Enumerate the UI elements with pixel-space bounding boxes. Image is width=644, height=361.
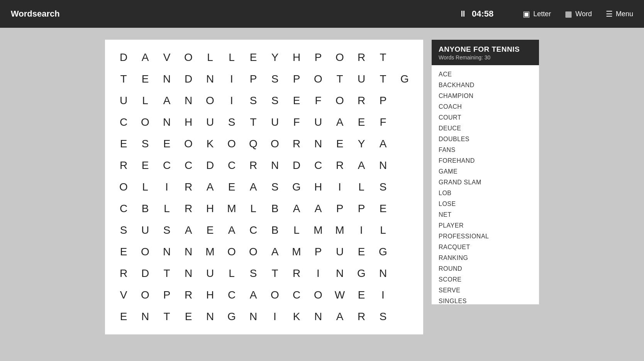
grid-cell[interactable]: A <box>242 284 264 306</box>
grid-cell[interactable]: R <box>178 284 199 306</box>
grid-cell[interactable]: G <box>372 241 394 263</box>
grid-cell[interactable]: O <box>134 284 156 306</box>
grid-cell[interactable]: R <box>242 155 264 176</box>
grid-cell[interactable]: U <box>199 263 221 284</box>
grid-cell[interactable]: A <box>156 90 178 111</box>
grid-cell[interactable]: U <box>307 111 329 133</box>
grid-cell[interactable]: C <box>221 284 242 306</box>
grid-cell[interactable]: A <box>307 198 329 219</box>
grid-cell[interactable]: O <box>264 133 286 155</box>
grid-cell[interactable]: I <box>221 68 242 90</box>
grid-cell[interactable]: T <box>372 68 394 90</box>
grid-cell[interactable]: T <box>372 47 394 68</box>
grid-cell[interactable]: S <box>221 111 242 133</box>
grid-cell[interactable]: E <box>178 306 199 327</box>
menu-button[interactable]: ☰ Menu <box>606 9 633 19</box>
grid-cell[interactable]: T <box>242 111 264 133</box>
grid-cell[interactable]: D <box>178 68 199 90</box>
grid-cell[interactable]: P <box>372 90 394 111</box>
grid-cell[interactable]: S <box>113 219 134 241</box>
grid-cell[interactable]: O <box>221 241 242 263</box>
grid-cell[interactable]: B <box>264 219 286 241</box>
grid-cell[interactable]: L <box>351 176 372 198</box>
grid-cell[interactable]: O <box>134 241 156 263</box>
grid-cell[interactable]: F <box>286 111 307 133</box>
grid-cell[interactable]: I <box>221 90 242 111</box>
grid-cell[interactable]: R <box>286 263 307 284</box>
grid-cell[interactable]: L <box>372 219 394 241</box>
grid-cell[interactable]: L <box>221 47 242 68</box>
grid-cell[interactable]: E <box>113 306 134 327</box>
grid-cell[interactable]: U <box>264 111 286 133</box>
grid-cell[interactable]: S <box>242 90 264 111</box>
grid-cell[interactable]: E <box>113 133 134 155</box>
grid-cell[interactable]: H <box>199 198 221 219</box>
grid-cell[interactable]: E <box>199 219 221 241</box>
grid-cell[interactable]: R <box>351 90 372 111</box>
grid-cell[interactable]: Q <box>242 133 264 155</box>
grid-cell[interactable]: N <box>178 263 199 284</box>
grid-cell[interactable]: C <box>156 155 178 176</box>
grid-cell[interactable]: N <box>307 133 329 155</box>
grid-cell[interactable]: O <box>307 284 329 306</box>
grid-cell[interactable]: T <box>156 263 178 284</box>
grid-cell[interactable]: F <box>372 111 394 133</box>
grid-cell[interactable]: N <box>372 263 394 284</box>
grid-cell[interactable]: I <box>264 306 286 327</box>
grid-cell[interactable]: I <box>329 176 351 198</box>
grid-cell[interactable]: U <box>113 90 134 111</box>
grid-cell[interactable]: S <box>264 176 286 198</box>
grid-cell[interactable]: O <box>178 47 199 68</box>
grid-cell[interactable]: E <box>286 90 307 111</box>
grid-cell[interactable]: O <box>113 176 134 198</box>
grid-cell[interactable]: R <box>286 133 307 155</box>
grid-cell[interactable]: R <box>178 198 199 219</box>
grid-cell[interactable]: N <box>199 68 221 90</box>
grid-cell[interactable]: C <box>113 111 134 133</box>
grid-cell[interactable]: D <box>199 155 221 176</box>
grid-cell[interactable]: N <box>156 68 178 90</box>
grid-cell[interactable]: B <box>134 198 156 219</box>
grid-cell[interactable]: I <box>372 284 394 306</box>
grid-cell[interactable]: H <box>307 176 329 198</box>
grid-cell[interactable]: N <box>134 306 156 327</box>
grid-cell[interactable]: P <box>307 47 329 68</box>
grid-cell[interactable]: A <box>221 219 242 241</box>
grid-cell[interactable]: E <box>351 241 372 263</box>
grid-cell[interactable]: U <box>329 241 351 263</box>
grid-cell[interactable]: P <box>329 198 351 219</box>
grid-cell[interactable]: P <box>307 241 329 263</box>
grid-cell[interactable]: Y <box>351 133 372 155</box>
grid-cell[interactable]: R <box>329 155 351 176</box>
grid-cell[interactable]: O <box>199 90 221 111</box>
grid-cell[interactable]: K <box>199 133 221 155</box>
grid-cell[interactable]: T <box>264 263 286 284</box>
grid-cell[interactable]: M <box>307 219 329 241</box>
grid-cell[interactable]: P <box>242 68 264 90</box>
grid-cell[interactable]: Y <box>264 47 286 68</box>
grid-cell[interactable]: N <box>329 263 351 284</box>
grid-cell[interactable]: M <box>221 198 242 219</box>
grid-cell[interactable]: I <box>351 219 372 241</box>
grid-cell[interactable]: A <box>134 47 156 68</box>
grid-cell[interactable]: A <box>329 111 351 133</box>
grid-cell[interactable]: O <box>329 47 351 68</box>
grid-cell[interactable]: O <box>134 111 156 133</box>
grid-cell[interactable]: A <box>286 198 307 219</box>
grid-cell[interactable]: D <box>286 155 307 176</box>
grid-cell[interactable]: O <box>307 68 329 90</box>
grid-cell[interactable]: L <box>156 198 178 219</box>
grid-cell[interactable]: O <box>242 241 264 263</box>
grid-cell[interactable]: V <box>156 47 178 68</box>
grid-cell[interactable]: N <box>372 155 394 176</box>
grid-cell[interactable]: N <box>242 306 264 327</box>
grid-cell[interactable]: M <box>199 241 221 263</box>
grid-cell[interactable]: O <box>178 133 199 155</box>
grid-cell[interactable]: P <box>351 198 372 219</box>
grid-cell[interactable]: L <box>199 47 221 68</box>
grid-cell[interactable]: E <box>372 198 394 219</box>
grid-cell[interactable]: F <box>307 90 329 111</box>
grid-cell[interactable]: C <box>286 284 307 306</box>
grid-cell[interactable]: P <box>156 284 178 306</box>
grid-cell[interactable]: N <box>199 306 221 327</box>
